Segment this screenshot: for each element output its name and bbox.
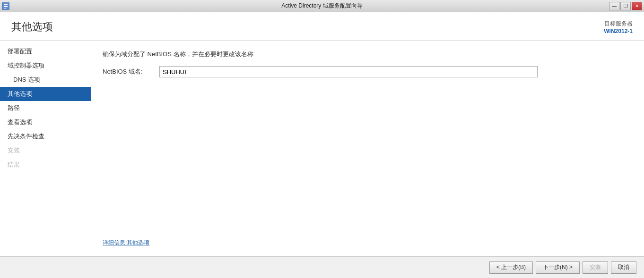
title-bar-title: Active Directory 域服务配置向导: [281, 2, 362, 10]
netbios-input[interactable]: [159, 66, 538, 77]
target-server: 目标服务器 WIN2012-1: [604, 20, 633, 34]
sidebar-item-dns-options[interactable]: DNS 选项: [0, 73, 91, 87]
next-button[interactable]: 下一步(N) >: [536, 261, 580, 274]
netbios-label: NetBIOS 域名:: [103, 67, 159, 76]
sidebar-item-review-options[interactable]: 查看选项: [0, 115, 91, 129]
sidebar-item-deploy-config[interactable]: 部署配置: [0, 44, 91, 59]
restore-button[interactable]: ❐: [620, 2, 631, 10]
more-info-link[interactable]: 详细信息:其他选项: [103, 239, 149, 247]
sidebar-item-install: 安装: [0, 143, 91, 158]
install-button: 安装: [583, 261, 608, 274]
title-bar: Active Directory 域服务配置向导 — ❐ ✕: [0, 0, 644, 12]
window-title: 其他选项: [11, 20, 53, 34]
svg-rect-3: [4, 8, 6, 8]
button-bar: < 上一步(B) 下一步(N) > 安装 取消: [0, 256, 644, 278]
content-area: 部署配置域控制器选项DNS 选项其他选项路径查看选项先决条件检查安装结果 确保为…: [0, 41, 644, 256]
app-icon: [2, 2, 9, 10]
sidebar-item-dc-options[interactable]: 域控制器选项: [0, 59, 91, 73]
target-server-label: 目标服务器: [604, 20, 633, 28]
close-button[interactable]: ✕: [632, 2, 642, 10]
sidebar: 部署配置域控制器选项DNS 选项其他选项路径查看选项先决条件检查安装结果: [0, 41, 91, 256]
svg-rect-1: [4, 4, 8, 5]
minimize-button[interactable]: —: [609, 2, 619, 10]
window-header: 其他选项 目标服务器 WIN2012-1: [0, 12, 644, 41]
main-content: 确保为域分配了 NetBIOS 名称，并在必要时更改该名称 NetBIOS 域名…: [91, 41, 644, 256]
sidebar-item-paths[interactable]: 路径: [0, 101, 91, 115]
title-bar-left: [2, 2, 11, 10]
sidebar-item-prereq-check[interactable]: 先决条件检查: [0, 129, 91, 143]
title-bar-controls: — ❐ ✕: [609, 2, 642, 10]
cancel-button[interactable]: 取消: [611, 261, 636, 274]
content-description: 确保为域分配了 NetBIOS 名称，并在必要时更改该名称: [103, 50, 633, 59]
sidebar-item-results: 结果: [0, 158, 91, 172]
netbios-form-row: NetBIOS 域名:: [103, 66, 633, 77]
sidebar-item-other-options[interactable]: 其他选项: [0, 87, 91, 101]
main-window: 其他选项 目标服务器 WIN2012-1 部署配置域控制器选项DNS 选项其他选…: [0, 12, 644, 256]
back-button[interactable]: < 上一步(B): [489, 261, 533, 274]
target-server-value: WIN2012-1: [604, 28, 633, 34]
svg-rect-2: [4, 6, 8, 7]
